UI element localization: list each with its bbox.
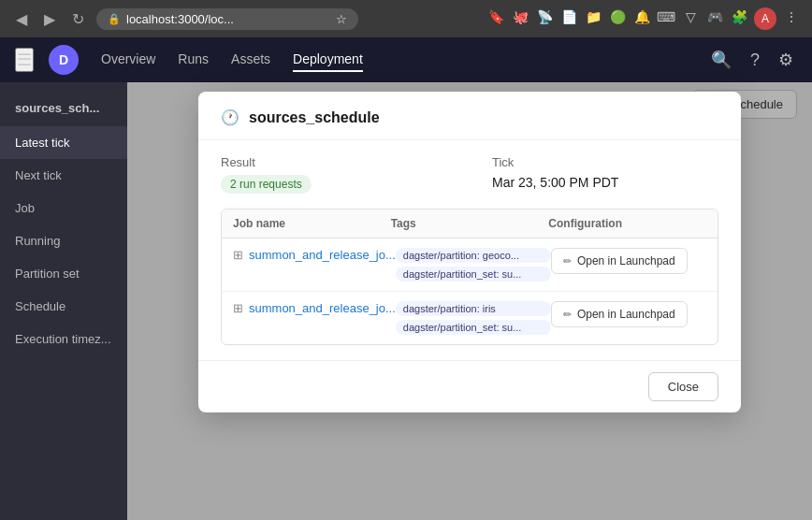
modal-title: sources_schedule [249, 109, 380, 126]
modal-footer: Close [198, 360, 741, 412]
ext-icon-6[interactable]: 🟢 [608, 7, 627, 26]
nav-assets[interactable]: Assets [231, 48, 270, 72]
jobs-table: Job name Tags Configuration ⊞ summon_and… [221, 209, 718, 345]
help-button[interactable]: ? [747, 47, 763, 74]
col-configuration: Configuration [548, 217, 706, 230]
sidebar-item-latest-tick[interactable]: Latest tick [0, 126, 127, 159]
sidebar: sources_sch... Latest tick Next tick Job… [0, 82, 127, 520]
ext-icon-8[interactable]: ⌨ [657, 7, 675, 26]
col-job-name: Job name [233, 217, 391, 230]
hamburger-button[interactable]: ☰ [15, 48, 34, 72]
tick-datetime: Mar 23, 5:00 PM PDT [492, 175, 718, 190]
bookmark-icon: ☆ [336, 12, 347, 26]
avatar[interactable]: A [754, 7, 776, 30]
nav-deployment[interactable]: Deployment [293, 48, 363, 72]
ext-icon-2[interactable]: 🐙 [511, 7, 529, 26]
config-cell-1: ✏ Open in Launchpad [551, 248, 706, 274]
ext-icon-3[interactable]: 📡 [535, 7, 554, 26]
tags-cell-2: dagster/partition: iris dagster/partitio… [396, 301, 551, 335]
ext-icon-10[interactable]: 🎮 [705, 7, 724, 26]
search-button[interactable]: 🔍 [707, 46, 735, 74]
sidebar-item-partition-set[interactable]: Partition set [0, 257, 127, 290]
ext-icon-9[interactable]: ▽ [681, 7, 700, 26]
ext-icon-7[interactable]: 🔔 [632, 7, 651, 26]
tag-1-1: dagster/partition_set: su... [396, 267, 551, 282]
menu-icon[interactable]: ⋮ [782, 7, 801, 26]
tick-section: Tick Mar 23, 5:00 PM PDT [492, 155, 718, 194]
job-name-cell-1: ⊞ summon_and_release_jo... [233, 248, 396, 262]
nav-overview[interactable]: Overview [101, 48, 155, 72]
modal-header: 🕐 sources_schedule [198, 92, 741, 140]
sidebar-item-schedule[interactable]: Schedule [0, 290, 127, 323]
table-row: ⊞ summon_and_release_jo... dagster/parti… [222, 238, 718, 292]
col-tags: Tags [391, 217, 549, 230]
result-section: Result 2 run requests [221, 155, 447, 194]
address-text: localhost:3000/loc... [126, 12, 234, 26]
open-launchpad-button-2[interactable]: ✏ Open in Launchpad [551, 301, 688, 327]
address-bar[interactable]: 🔒 localhost:3000/loc... ☆ [96, 8, 358, 30]
ext-icon-5[interactable]: 📁 [584, 7, 602, 26]
tag-2-0: dagster/partition: iris [396, 301, 551, 316]
content-area: Test Schedule 🕐 sources_schedule Result … [127, 82, 812, 520]
settings-button[interactable]: ⚙ [775, 46, 797, 74]
tag-1-0: dagster/partition: geoco... [396, 248, 551, 263]
modal-body: Result 2 run requests Tick Mar 23, 5:00 … [198, 140, 741, 360]
sidebar-item-next-tick[interactable]: Next tick [0, 159, 127, 192]
table-header: Job name Tags Configuration [222, 209, 718, 238]
main-layout: sources_sch... Latest tick Next tick Job… [0, 82, 812, 520]
table-row: ⊞ summon_and_release_jo... dagster/parti… [222, 292, 718, 344]
reload-button[interactable]: ↻ [67, 8, 89, 30]
ext-icon-11[interactable]: 🧩 [730, 7, 748, 26]
sidebar-item-running[interactable]: Running [0, 224, 127, 257]
tick-label: Tick [492, 155, 718, 169]
job-name-cell-2: ⊞ summon_and_release_jo... [233, 301, 396, 315]
ext-icon-4[interactable]: 📄 [559, 7, 578, 26]
browser-chrome: ◀ ▶ ↻ 🔒 localhost:3000/loc... ☆ 🔖 🐙 📡 📄 … [0, 0, 812, 37]
modal-dialog: 🕐 sources_schedule Result 2 run requests… [198, 92, 741, 412]
modal-backdrop: 🕐 sources_schedule Result 2 run requests… [127, 82, 812, 520]
header-actions: 🔍 ? ⚙ [707, 46, 797, 74]
tags-cell-1: dagster/partition: geoco... dagster/part… [396, 248, 551, 282]
config-cell-2: ✏ Open in Launchpad [551, 301, 706, 327]
job-link-2[interactable]: summon_and_release_jo... [249, 301, 396, 315]
clock-icon: 🕐 [221, 108, 239, 126]
close-button[interactable]: Close [648, 372, 718, 401]
forward-button[interactable]: ▶ [39, 8, 60, 30]
lock-icon: 🔒 [108, 13, 121, 25]
browser-toolbar: 🔖 🐙 📡 📄 📁 🟢 🔔 ⌨ ▽ 🎮 🧩 A ⋮ [486, 7, 801, 30]
pencil-icon-2: ✏ [563, 309, 572, 321]
open-launchpad-button-1[interactable]: ✏ Open in Launchpad [551, 248, 688, 274]
sidebar-item-execution-timezone[interactable]: Execution timez... [0, 323, 127, 355]
job-icon-2: ⊞ [233, 301, 243, 315]
pencil-icon-1: ✏ [563, 255, 572, 267]
open-launchpad-label-2: Open in Launchpad [577, 308, 675, 321]
back-button[interactable]: ◀ [11, 8, 32, 30]
app-nav: Overview Runs Assets Deployment [101, 48, 363, 72]
ext-icon-1[interactable]: 🔖 [486, 7, 505, 26]
nav-runs[interactable]: Runs [178, 48, 209, 72]
job-icon-1: ⊞ [233, 248, 243, 262]
result-tick-row: Result 2 run requests Tick Mar 23, 5:00 … [221, 155, 718, 194]
open-launchpad-label-1: Open in Launchpad [577, 254, 675, 267]
result-label: Result [221, 155, 447, 169]
app-logo: D [49, 45, 79, 75]
job-link-1[interactable]: summon_and_release_jo... [249, 248, 396, 262]
run-requests-badge: 2 run requests [221, 175, 312, 194]
tag-2-1: dagster/partition_set: su... [396, 320, 551, 335]
sidebar-title: sources_sch... [0, 97, 127, 126]
app-header: ☰ D Overview Runs Assets Deployment 🔍 ? … [0, 37, 812, 82]
sidebar-item-job[interactable]: Job [0, 192, 127, 224]
